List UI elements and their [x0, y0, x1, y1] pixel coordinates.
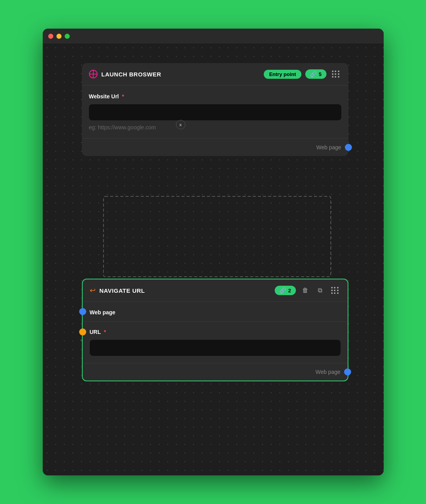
navigate-footer-label: Web page: [315, 369, 341, 375]
link-icon: ↩: [90, 286, 96, 295]
navigate-url-connector[interactable]: [79, 328, 86, 335]
minimize-button[interactable]: [56, 34, 62, 39]
launch-footer-label: Web page: [316, 144, 341, 150]
chain-icon-navigate: 🔗: [279, 287, 286, 294]
svg-rect-0: [103, 196, 331, 277]
url-field-section: URL * https://flowscraper.com/tos: [83, 322, 348, 363]
navigate-card-body: Web page URL * https://flowscraper.com/t…: [83, 302, 348, 363]
navigate-badge-count: 🔗 2: [275, 286, 295, 295]
navigate-card-header: ↩ NAVIGATE URL 🔗 2 🗑 ⧉: [83, 279, 348, 302]
navigate-url-card: ↩ NAVIGATE URL 🔗 2 🗑 ⧉: [82, 279, 348, 381]
launch-card-body: Website Url * https://flowscraper.com eg…: [82, 85, 348, 138]
webpage-input-label: Web page: [90, 309, 116, 315]
url-input[interactable]: https://flowscraper.com/tos: [90, 340, 341, 356]
launch-card-actions: Entry point 🔗 5: [264, 69, 341, 80]
entry-point-badge: Entry point: [264, 70, 302, 79]
website-url-input[interactable]: https://flowscraper.com: [89, 104, 341, 120]
navigate-card-actions: 🔗 2 🗑 ⧉: [275, 285, 340, 296]
launch-badge-count: 🔗 5: [305, 69, 326, 79]
delete-button[interactable]: 🗑: [300, 285, 311, 296]
navigate-input-connector[interactable]: [79, 308, 86, 315]
app-window: x LAUNCH BROSWER Entry point 🔗 5: [43, 29, 384, 475]
chain-icon-launch: 🔗: [310, 71, 317, 77]
launch-card-footer: Web page: [82, 138, 348, 156]
titlebar: [43, 29, 384, 44]
globe-icon: [89, 70, 98, 78]
close-button[interactable]: [48, 34, 53, 39]
launch-card-title: LAUNCH BROSWER: [102, 71, 260, 78]
navigate-menu-button[interactable]: [330, 285, 341, 296]
launch-browser-card: LAUNCH BROSWER Entry point 🔗 5: [82, 63, 348, 156]
website-url-placeholder: eg: https://www.google.com: [89, 124, 341, 131]
launch-output-connector[interactable]: [345, 144, 352, 151]
webpage-section: Web page: [83, 302, 348, 322]
maximize-button[interactable]: [65, 34, 70, 39]
launch-card-header: LAUNCH BROSWER Entry point 🔗 5: [82, 63, 348, 85]
url-required-asterisk: *: [104, 329, 106, 335]
canvas: x LAUNCH BROSWER Entry point 🔗 5: [43, 44, 384, 475]
navigate-card-footer: Web page: [83, 363, 348, 381]
navigate-output-connector[interactable]: [344, 368, 351, 375]
launch-menu-button[interactable]: [330, 69, 341, 80]
website-url-label: Website Url *: [89, 93, 341, 100]
navigate-card-title: NAVIGATE URL: [100, 287, 271, 294]
copy-button[interactable]: ⧉: [315, 285, 326, 296]
disconnect-button[interactable]: x: [176, 120, 185, 129]
required-asterisk: *: [122, 93, 124, 100]
url-label: URL *: [90, 329, 341, 335]
